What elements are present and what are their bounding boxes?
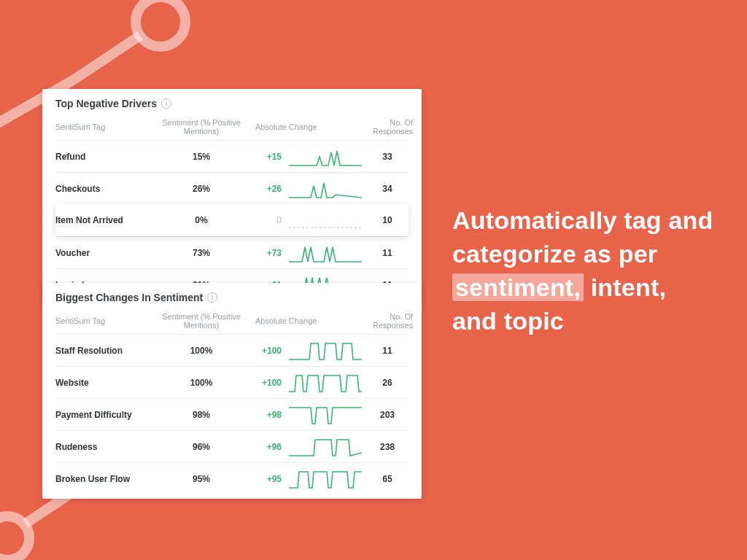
responses-cell: 33 — [362, 152, 413, 162]
sentiment-cell: 95% — [150, 474, 252, 484]
tag-cell: Broken User Flow — [55, 474, 150, 484]
headline-highlight: sentiment, — [452, 273, 584, 301]
sparkline — [289, 405, 362, 425]
responses-cell: 10 — [362, 215, 413, 225]
info-icon[interactable]: i — [161, 98, 171, 109]
card-title-text: Biggest Changes In Sentiment — [55, 292, 203, 303]
sentiment-cell: 100% — [150, 378, 252, 388]
col-header-responses: No. Of Responses — [362, 118, 413, 136]
sentiment-cell: 15% — [150, 152, 252, 162]
table-row[interactable]: Voucher73%+7311 — [55, 236, 409, 268]
table-row[interactable]: Rudeness96%+96238 — [55, 430, 409, 462]
table-row[interactable]: Payment Difficulty98%+98203 — [55, 398, 409, 430]
sparkline — [289, 341, 362, 361]
table-row[interactable]: Website100%+10026 — [55, 366, 409, 398]
tag-cell: Item Not Arrived — [55, 215, 150, 225]
sparkline — [289, 179, 362, 199]
change-cell: +26 — [252, 184, 289, 194]
col-header-tag: SentiSum Tag — [55, 122, 150, 131]
change-cell: +98 — [252, 410, 289, 420]
sparkline — [289, 147, 362, 167]
sentiment-cell: 73% — [150, 248, 252, 258]
change-cell: +73 — [252, 248, 289, 258]
tag-cell: Payment Difficulty — [55, 410, 150, 420]
card-title: Biggest Changes In Sentiment i — [55, 292, 409, 303]
sentiment-cell: 98% — [150, 410, 252, 420]
card-title-text: Top Negative Drivers — [55, 98, 157, 109]
responses-cell: 11 — [362, 248, 413, 258]
responses-cell: 238 — [362, 442, 413, 452]
sentiment-cell: 100% — [150, 346, 252, 356]
headline-text: Automatically tag and categorize as per … — [452, 204, 715, 338]
top-negative-drivers-card: Top Negative Drivers i SentiSum Tag Sent… — [42, 89, 422, 305]
table-header-row: SentiSum Tag Sentiment (% Positive Menti… — [55, 309, 409, 334]
table-row[interactable]: Broken User Flow95%+9565 — [55, 462, 409, 494]
sentiment-cell: 0% — [150, 215, 252, 225]
table-row[interactable]: Checkouts26%+2634 — [55, 172, 409, 204]
sentiment-cell: 26% — [150, 184, 252, 194]
tag-cell: Staff Resolution — [55, 346, 150, 356]
change-cell: +95 — [252, 474, 289, 484]
tag-cell: Checkouts — [55, 184, 150, 194]
table-row[interactable]: Refund15%+1533 — [55, 140, 409, 172]
change-cell: +15 — [252, 152, 289, 162]
table-row[interactable]: Item Not Arrived0%010 — [55, 204, 409, 236]
responses-cell: 11 — [362, 346, 413, 356]
table-body: Staff Resolution100%+10011Website100%+10… — [55, 334, 409, 494]
table-body: Refund15%+1533Checkouts26%+2634Item Not … — [55, 140, 409, 300]
change-cell: +100 — [252, 378, 289, 388]
tag-cell: Refund — [55, 152, 150, 162]
sparkline — [289, 469, 362, 489]
biggest-changes-card: Biggest Changes In Sentiment i SentiSum … — [42, 283, 422, 499]
sparkline — [289, 243, 362, 263]
tag-cell: Voucher — [55, 248, 150, 258]
col-header-tag: SentiSum Tag — [55, 316, 150, 325]
col-header-responses: No. Of Responses — [362, 312, 413, 330]
sparkline — [289, 210, 362, 230]
sentiment-cell: 96% — [150, 442, 252, 452]
table-header-row: SentiSum Tag Sentiment (% Positive Menti… — [55, 115, 409, 140]
responses-cell: 65 — [362, 474, 413, 484]
change-cell: +100 — [252, 346, 289, 356]
col-header-sentiment: Sentiment (% Positive Mentions) — [150, 312, 252, 330]
change-cell: 0 — [252, 215, 289, 225]
change-cell: +96 — [252, 442, 289, 452]
col-header-change: Absolute Change — [252, 316, 362, 325]
responses-cell: 26 — [362, 378, 413, 388]
sparkline — [289, 437, 362, 457]
responses-cell: 203 — [362, 410, 413, 420]
responses-cell: 34 — [362, 184, 413, 194]
tag-cell: Website — [55, 378, 150, 388]
info-icon[interactable]: i — [207, 292, 217, 303]
table-row[interactable]: Staff Resolution100%+10011 — [55, 334, 409, 366]
col-header-change: Absolute Change — [252, 122, 362, 131]
card-title: Top Negative Drivers i — [55, 98, 409, 109]
tag-cell: Rudeness — [55, 442, 150, 452]
sparkline — [289, 373, 362, 393]
col-header-sentiment: Sentiment (% Positive Mentions) — [150, 118, 252, 136]
headline-pre: Automatically tag and categorize as per — [452, 206, 713, 268]
